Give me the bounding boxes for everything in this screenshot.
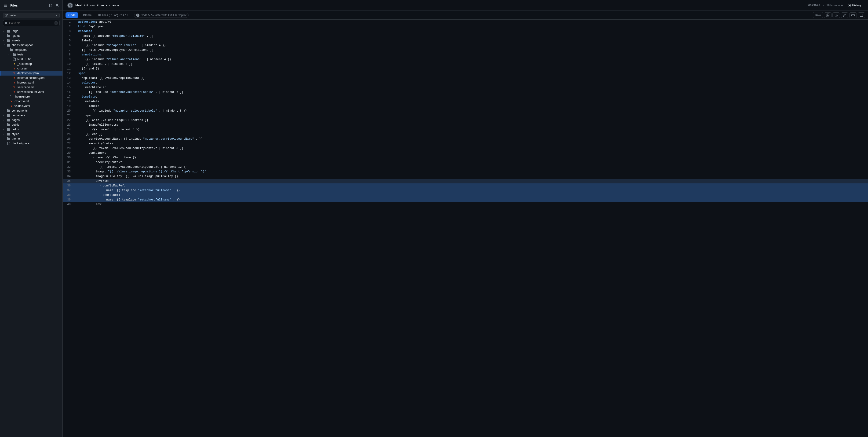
tree-item-label: NOTES.txt (17, 58, 31, 61)
tree-item-pages[interactable]: › pages (0, 118, 62, 122)
file-meta: 81 lines (81 loc) · 2.47 KB (96, 13, 132, 17)
history-button[interactable]: History (846, 3, 863, 8)
panel-button[interactable] (858, 12, 865, 18)
line-number: 3 (63, 29, 74, 34)
tree-item-cm-yaml[interactable]: › Y cm.yaml (0, 66, 62, 71)
line-number: 25 (63, 132, 74, 136)
line-content: replicas: {{ .Values.replicaCount }} (74, 76, 868, 81)
line-content: kind: Deployment (74, 24, 868, 29)
add-file-button[interactable] (48, 3, 53, 8)
file-header-left: kbot init commit pre ref change (67, 3, 119, 8)
yaml-icon: Y (12, 81, 16, 84)
line-number: 40 (63, 202, 74, 207)
code-view[interactable]: 1apiVersion: apps/v12kind: Deployment3me… (63, 20, 868, 437)
sidebar: Files main t › .argo › .git (0, 0, 63, 437)
line-content: {{- with .Values.deploymentAnnotations }… (74, 48, 868, 53)
copy-button[interactable] (824, 12, 832, 18)
line-content: name: {{ include "metaphor.fullname" . }… (74, 34, 868, 38)
sidebar-header-left: Files (3, 3, 18, 8)
line-content: {{- include "metaphor.selectorLabels" . … (74, 108, 868, 113)
search-file-button[interactable] (55, 3, 60, 8)
line-content: labels: (74, 38, 868, 43)
tree-item-argo[interactable]: › .argo (0, 29, 62, 33)
line-content: spec: (74, 71, 868, 76)
tree-item-label: _helpers.tpl (17, 62, 33, 65)
line-content: {{- include "Values.annotations" . | nin… (74, 57, 868, 62)
line-content: {{- include "metaphor.selectorLabels" . … (74, 90, 868, 95)
edit-button[interactable] (841, 12, 848, 18)
tree-item-helmignore[interactable]: › .helmignore (0, 94, 62, 99)
tree-item-redux[interactable]: › redux (0, 127, 62, 132)
tree-item-notes[interactable]: › NOTES.txt (0, 57, 62, 62)
tree-item-helpers[interactable]: › ✦ _helpers.tpl (0, 62, 62, 66)
tree-item-label: values.yaml (14, 104, 30, 107)
line-content: env: (74, 202, 868, 207)
tree-item-serviceaccount[interactable]: › Y serviceaccount.yaml (0, 90, 62, 94)
line-number: 29 (63, 151, 74, 155)
line-number: 7 (63, 48, 74, 53)
line-content: {{- toYaml . | nindent 4 }} (74, 62, 868, 66)
tree-item-assets[interactable]: › assets (0, 38, 62, 43)
line-content: labels: (74, 104, 868, 108)
line-content: {{- toYaml .Values.podSecurityContext | … (74, 146, 868, 151)
blame-tab[interactable]: Blame (80, 12, 95, 18)
line-number: 31 (63, 160, 74, 165)
tree-item-external-secrets[interactable]: › Y external-secrets.yaml (0, 75, 62, 80)
line-content: {{- with .Values.imagePullSecrets }} (74, 118, 868, 123)
download-button[interactable] (832, 12, 840, 18)
line-number: 14 (63, 81, 74, 85)
line-content: {{- toYaml . | nindent 8 }} (74, 127, 868, 132)
search-input[interactable] (9, 22, 53, 25)
chevron-right-icon: › (3, 124, 6, 126)
tree-item-ingress[interactable]: › Y ingress.yaml (0, 80, 62, 85)
line-content: - configMapRef: (74, 183, 868, 188)
tree-item-deployment-yaml[interactable]: › Y deployment.yaml (0, 71, 62, 75)
line-number: 11 (63, 66, 74, 71)
chevron-right-icon: › (3, 137, 6, 140)
tree-item-service[interactable]: › Y service.yaml (0, 85, 62, 90)
line-content: metadata: (74, 99, 868, 104)
line-content: securityContext: (74, 141, 868, 146)
more-button[interactable] (849, 12, 857, 18)
line-number: 5 (63, 38, 74, 43)
branch-selector[interactable]: main (3, 12, 60, 18)
line-content: {{- toYaml .Values.securityContext | nin… (74, 165, 868, 169)
line-content: matchLabels: (74, 85, 868, 90)
tree-item-charts-metaphor[interactable]: › charts/metaphor (0, 43, 62, 48)
line-number: 1 (63, 20, 74, 24)
tree-item-components[interactable]: › components (0, 108, 62, 113)
line-number: 8 (63, 53, 74, 57)
tpl-icon: ✦ (12, 62, 16, 65)
chevron-down-icon: › (6, 49, 8, 51)
tree-item-public[interactable]: › public (0, 122, 62, 127)
tree-item-values-yaml[interactable]: › Y values.yaml (0, 104, 62, 108)
line-content: - secretRef: (74, 193, 868, 197)
yaml-icon: Y (12, 91, 16, 93)
sidebar-header: Files (0, 0, 62, 11)
chevron-right-icon: › (3, 119, 6, 121)
code-table: 1apiVersion: apps/v12kind: Deployment3me… (63, 20, 868, 207)
sidebar-toggle-button[interactable] (3, 3, 8, 8)
tree-item-chart-yaml[interactable]: › Y Chart.yaml (0, 99, 62, 104)
line-number: 13 (63, 76, 74, 81)
tree-item-containers[interactable]: › containers (0, 113, 62, 118)
copilot-badge: Code 55% faster with GitHub Copilot (134, 12, 188, 18)
tree-item-label: charts/metaphor (12, 43, 33, 47)
line-content: image: "{{ .Values.image.repository }}:{… (74, 169, 868, 174)
tree-item-label: theme (12, 137, 20, 141)
tree-item-label: .helmignore (14, 95, 30, 98)
tree-item-tests[interactable]: › tests (0, 52, 62, 57)
tree-item-label: .argo (12, 29, 19, 33)
tree-item-theme[interactable]: › theme (0, 136, 62, 141)
tree-item-templates[interactable]: › templates (0, 48, 62, 52)
tree-item-dockerignore[interactable]: › .dockerignore (0, 141, 62, 146)
code-tab[interactable]: Code (65, 12, 79, 18)
line-number: 36 (63, 183, 74, 188)
line-number: 18 (63, 99, 74, 104)
tree-item-styles[interactable]: › styles (0, 132, 62, 136)
tree-item-label: pages (12, 118, 20, 122)
raw-button[interactable]: Raw (813, 12, 823, 18)
tree-item-label: components (12, 109, 28, 112)
tree-item-github[interactable]: › .github (0, 33, 62, 38)
line-number: 24 (63, 127, 74, 132)
